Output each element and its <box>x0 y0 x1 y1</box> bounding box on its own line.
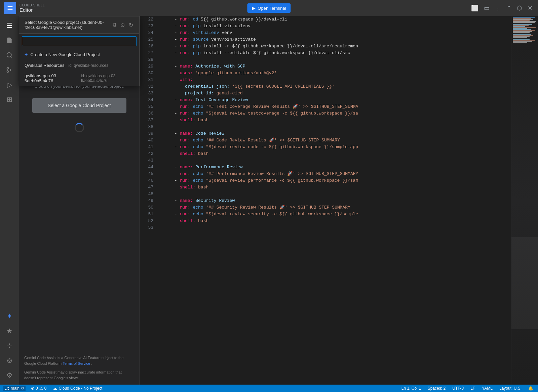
status-line-col[interactable]: Ln 1, Col 1 <box>400 386 422 391</box>
sidebar-item-pin[interactable]: ★ <box>3 324 16 338</box>
editor-area: 2223242526272829303132333435363738394041… <box>140 16 538 385</box>
branch-name: main <box>11 386 20 391</box>
status-language[interactable]: YAML <box>481 386 494 391</box>
sidebar-item-files[interactable] <box>3 34 16 47</box>
svg-point-2 <box>7 68 9 69</box>
cloud-icon: ☁ <box>53 386 57 391</box>
code-pane[interactable]: 2223242526272829303132333435363738394041… <box>140 16 511 385</box>
split-view-button[interactable]: ▭ <box>483 3 491 13</box>
table-row: run: echo '## Performance Review Results… <box>159 171 511 177</box>
chat-footer: Gemini Code Assist is a Generative AI Fe… <box>19 351 140 385</box>
table-row <box>159 157 511 164</box>
sidebar-item-search[interactable] <box>3 48 16 62</box>
table-row: - name: Authorize. with GCP <box>159 63 511 70</box>
open-terminal-label: Open Terminal <box>258 6 286 11</box>
titlebar-center: ▶ Open Terminal <box>247 3 291 13</box>
table-row: run: echo '## Test Coverage Review Resul… <box>159 103 511 110</box>
terms-of-service-link[interactable]: Terms of Service <box>63 361 90 365</box>
status-errors[interactable]: ⊗ 0 ⚠ 0 <box>30 386 48 391</box>
table-row: run: echo '## Code Review Results 🚀' >> … <box>159 137 511 144</box>
code-lines: - run: cd ${{ github.workspace }}/devai-… <box>156 16 511 385</box>
table-row: - run: virtualenv venv <box>159 30 511 36</box>
svg-line-1 <box>11 56 12 58</box>
project-label-2: qwiklabs-gcp-03-6aeb0a5c4c76 <box>25 73 77 83</box>
status-encoding[interactable]: UTF-8 <box>451 386 465 391</box>
table-row: - run: source venv/bin/activate <box>159 36 511 43</box>
sidebar-item-gemini[interactable]: ✦ <box>3 309 16 323</box>
sidebar-item-run[interactable]: ▷ <box>3 78 16 91</box>
table-row: run: echo '## Security Review Results 🚀'… <box>159 204 511 211</box>
status-bar: ⎇ main ↻ ⊗ 0 ⚠ 0 ☁ Cloud Code - No Proje… <box>0 385 538 392</box>
editor-content: 2223242526272829303132333435363738394041… <box>140 16 538 385</box>
status-layout[interactable]: Layout: U.S. <box>498 386 523 391</box>
create-project-label: Create a New Google Cloud Project <box>30 52 100 57</box>
expand-button[interactable]: ⌃ <box>505 3 513 13</box>
screenshot-button[interactable]: ⬜ <box>470 3 480 13</box>
more-actions-button[interactable]: ⋮ <box>494 3 502 13</box>
left-panel: Select Google Cloud project (student-00-… <box>19 16 140 385</box>
activity-bar: ☰ ▷ ⊞ ✦ ★ ⊹ ⊚ ⚙ <box>0 16 19 385</box>
table-row: shell: bash <box>159 150 511 157</box>
cloud-code-label: Cloud Code - No Project <box>59 386 102 391</box>
line-numbers: 2223242526272829303132333435363738394041… <box>140 16 156 385</box>
table-row: shell: bash <box>159 184 511 191</box>
project-item-qwiklabs-resources[interactable]: Qwiklabs Resources id: qwiklabs-resource… <box>19 60 139 71</box>
table-row: - run: pip install --editable ${{ github… <box>159 50 511 56</box>
table-row: credentials_json: '${{ secrets.GOOGLE_AP… <box>159 83 511 90</box>
project-item-qwiklabs-gcp[interactable]: qwiklabs-gcp-03-6aeb0a5c4c76 id: qwiklab… <box>19 71 139 86</box>
error-count: 0 <box>36 386 38 391</box>
table-row: with: <box>159 77 511 83</box>
project-dropdown: Select Google Cloud project (student-00-… <box>19 16 140 86</box>
editor-label: Editor <box>20 7 45 13</box>
project-id-1: id: qwiklabs-resources <box>69 63 109 68</box>
dropdown-copy-icon[interactable]: ⧉ <box>112 21 117 29</box>
sidebar-item-remote[interactable]: ⊹ <box>3 339 16 352</box>
sidebar-item-menu[interactable]: ☰ <box>3 19 16 32</box>
app-brand: CLOUD SHELL Editor <box>20 3 45 13</box>
table-row: project_id: genai-cicd <box>159 90 511 97</box>
table-row: shell: bash <box>159 117 511 124</box>
sidebar-item-robot[interactable]: ⊚ <box>3 354 16 367</box>
external-button[interactable]: ⬡ <box>515 3 524 13</box>
status-cloud-code[interactable]: ☁ Cloud Code - No Project <box>52 386 104 391</box>
warning-icon: ⚠ <box>39 386 43 391</box>
create-project-item[interactable]: + Create a New Google Cloud Project <box>19 49 139 60</box>
status-bell[interactable]: 🔔 <box>527 386 535 391</box>
table-row: - run: echo "$(devai review security -c … <box>159 211 511 218</box>
dropdown-refresh-icon[interactable]: ↻ <box>128 21 134 29</box>
sidebar-item-extensions[interactable]: ⊞ <box>3 93 16 106</box>
table-row: - run: echo "$(devai review performance … <box>159 177 511 184</box>
status-eol[interactable]: LF <box>469 386 476 391</box>
table-row: uses: 'google-github-actions/auth@v2' <box>159 70 511 77</box>
project-label-1: Qwiklabs Resources <box>25 63 65 68</box>
table-row: - name: Test Coverage Review <box>159 97 511 103</box>
titlebar-actions: ⬜ ▭ ⋮ ⌃ ⬡ ✕ <box>470 3 534 13</box>
dropdown-account-icon[interactable]: ⊙ <box>120 21 125 29</box>
project-search-input[interactable] <box>22 36 137 46</box>
table-row <box>159 56 511 63</box>
minimap-viewport <box>511 237 538 329</box>
open-terminal-button[interactable]: ▶ Open Terminal <box>247 3 291 13</box>
sidebar-item-source-control[interactable] <box>3 63 16 77</box>
minimap <box>511 16 538 385</box>
table-row: - run: pip install -r ${{ github.workspa… <box>159 43 511 50</box>
error-icon: ⊗ <box>31 386 34 391</box>
table-row: - run: cd ${{ github.workspace }}/devai-… <box>159 16 511 23</box>
status-branch[interactable]: ⎇ main ↻ <box>3 386 26 391</box>
table-row: - run: pip install virtualenv <box>159 23 511 30</box>
status-spaces[interactable]: Spaces: 2 <box>426 386 447 391</box>
app-logo <box>4 2 16 14</box>
close-button[interactable]: ✕ <box>526 3 534 13</box>
select-google-cloud-project-button[interactable]: Select a Google Cloud Project <box>32 98 126 113</box>
project-id-2: id: qwiklabs-gcp-03-6aeb0a5c4c76 <box>81 74 134 83</box>
table-row: - run: echo "$(devai review code -c ${{ … <box>159 144 511 150</box>
loading-spinner <box>75 123 84 132</box>
main-layout: ☰ ▷ ⊞ ✦ ★ ⊹ ⊚ ⚙ Select Google Cloud proj… <box>0 16 538 385</box>
sidebar-item-settings[interactable]: ⚙ <box>3 368 16 382</box>
table-row <box>159 224 511 231</box>
warning-count: 0 <box>44 386 47 391</box>
terminal-icon: ▶ <box>252 5 256 11</box>
dropdown-search-area <box>19 34 139 49</box>
table-row: - name: Security Review <box>159 198 511 204</box>
table-row: - name: Performance Review <box>159 164 511 171</box>
